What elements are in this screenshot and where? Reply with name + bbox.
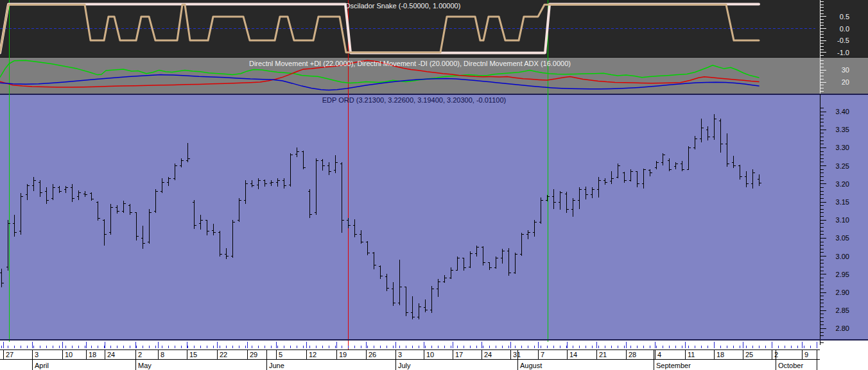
date-label: 7	[541, 351, 544, 358]
price-y-label: 3.40	[836, 108, 849, 115]
date-label: 24	[484, 351, 492, 358]
month-label: September	[656, 362, 691, 369]
price-y-label: 3.20	[836, 180, 849, 188]
date-label: 3	[398, 351, 402, 358]
date-label: 19	[339, 351, 347, 358]
date-label: 14	[569, 351, 577, 358]
dmi-y-label: 20	[842, 78, 849, 86]
price-y-label: 2.95	[836, 271, 849, 278]
date-label: 28	[629, 351, 636, 358]
oscillator-y-label: 0.0	[840, 25, 849, 33]
month-label: July	[398, 362, 411, 369]
ohlc-bars	[0, 114, 761, 319]
price-y-label: 3.25	[836, 162, 849, 170]
date-label: 12	[309, 351, 317, 358]
date-label: 24	[107, 351, 115, 358]
month-label: April	[35, 362, 49, 369]
dmi-+DI-line	[0, 60, 759, 83]
date-label: 26	[369, 351, 376, 358]
month-label: May	[138, 362, 152, 369]
date-label: 2	[774, 351, 778, 358]
oscillator-y-label: -0.5	[837, 37, 849, 44]
dmi-y-label: 30	[842, 66, 849, 74]
date-label: 10	[426, 351, 434, 358]
date-label: 4	[657, 351, 661, 358]
price-y-label: 3.15	[836, 198, 849, 206]
charting-app-window: 0.50.0-0.5-1.030203.403.353.303.253.203.…	[0, 0, 868, 370]
date-label: 15	[189, 351, 197, 358]
chart-canvas[interactable]: 0.50.0-0.5-1.030203.403.353.303.253.203.…	[0, 0, 868, 370]
date-label: 18	[716, 351, 724, 358]
price-y-label: 2.85	[836, 307, 849, 314]
month-label: October	[778, 362, 803, 369]
date-label: 2	[138, 351, 142, 358]
date-label: 9	[804, 351, 808, 358]
price-y-label: 2.80	[836, 324, 849, 332]
date-label: 31	[513, 351, 521, 358]
date-label: 25	[745, 351, 753, 358]
date-label: 10	[65, 351, 73, 358]
price-y-label: 2.90	[836, 289, 849, 296]
date-label: 11	[688, 351, 695, 358]
date-label: 21	[599, 351, 607, 358]
date-label: 17	[455, 351, 463, 358]
month-label: June	[269, 362, 284, 369]
price-y-label: 3.00	[836, 253, 849, 260]
date-label: 29	[250, 351, 257, 358]
date-label: 8	[161, 351, 164, 358]
date-label: 22	[220, 351, 227, 358]
date-label: 18	[89, 351, 96, 358]
price-y-label: 3.10	[836, 216, 849, 224]
price-y-label: 3.30	[836, 144, 849, 151]
date-label: 27	[6, 351, 13, 358]
date-label: 5	[279, 351, 282, 358]
price-y-label: 3.35	[836, 126, 849, 133]
oscillator-y-label: -1.0	[837, 49, 849, 56]
oscillator-y-label: 0.5	[840, 13, 849, 21]
month-label: August	[520, 362, 542, 369]
price-y-label: 3.05	[836, 234, 849, 242]
date-label: 3	[35, 351, 39, 358]
